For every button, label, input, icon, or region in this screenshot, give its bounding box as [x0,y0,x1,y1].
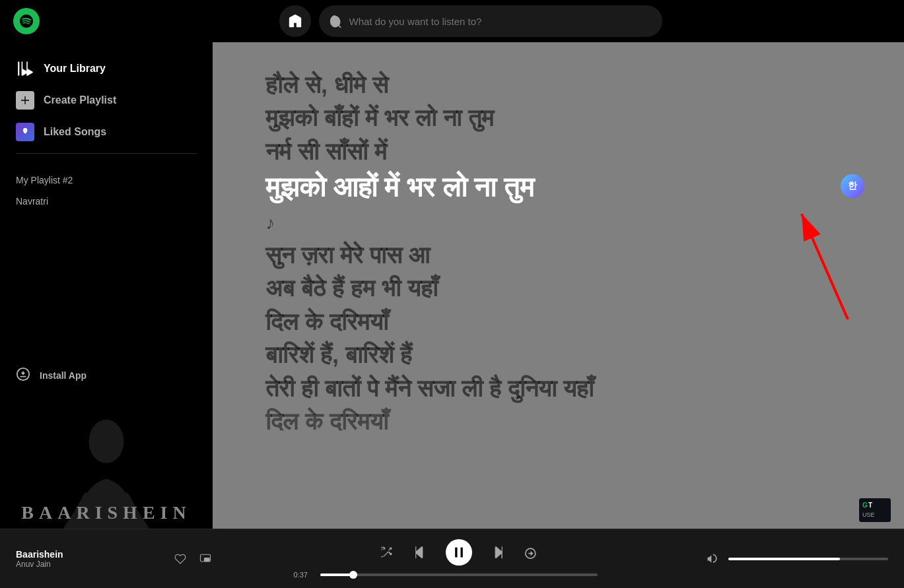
pip-button[interactable] [197,550,214,568]
sidebar-item-library[interactable]: Your Library [8,53,205,84]
spotify-logo[interactable] [13,8,40,34]
player-bar: Baarishein Anuv Jain [0,529,904,588]
previous-button[interactable] [411,543,430,562]
library-label: Your Library [44,63,106,75]
sidebar-top: Your Library Create Playlist Liked [0,42,213,164]
lyrics-area: हौले से, धीमे से मुझको बाँहों में भर लो … [213,42,904,529]
sidebar-item-create-playlist[interactable]: Create Playlist [8,84,205,116]
lyrics-line-10: दिल के दरिमयाँ [265,405,851,438]
sidebar-divider [16,153,197,154]
lyrics-line-4-active: मुझको आहों में भर लो ना तुम [265,168,851,207]
lyrics-line-3: नर्म सी साँसों में [265,135,851,168]
create-playlist-icon [16,91,34,110]
main-area: Your Library Create Playlist Liked [0,42,904,529]
player-center: 0:37 [214,539,703,579]
install-app-button[interactable]: Install App [0,354,213,397]
progress-area: 0:37 [294,571,624,579]
track-info: Baarishein Anuv Jain [16,549,164,569]
svg-text:USE: USE [862,511,875,518]
playlist-item-1[interactable]: My Playlist #2 [8,170,205,191]
player-left: Baarishein Anuv Jain [16,549,214,569]
svg-text:T: T [868,502,872,509]
volume-fill [728,558,840,560]
topbar [0,0,904,42]
track-name: Baarishein [16,549,164,560]
library-icon [16,59,34,78]
playlist-item-2[interactable]: Navratri [8,191,205,212]
sidebar-item-liked-songs[interactable]: Liked Songs [8,116,205,148]
next-button[interactable] [488,543,506,562]
lyrics-line-1: हौले से, धीमे से [265,69,851,102]
player-controls [377,539,541,566]
volume-bar[interactable] [728,558,888,560]
progress-fill [320,573,353,576]
lyrics-line-8: बारिशें हैं, बारिशें हैं [265,339,851,372]
album-art-area: BAARISHEIN [0,397,213,529]
liked-songs-label: Liked Songs [44,126,106,138]
install-app-label: Install App [40,370,87,381]
search-input[interactable] [349,16,652,27]
lyrics-note: ♪ [265,212,851,234]
progress-dot [349,571,357,579]
create-playlist-label: Create Playlist [44,94,116,106]
repeat-button[interactable] [522,543,541,562]
progress-bar[interactable] [320,573,598,576]
time-current: 0:37 [294,571,314,579]
shuffle-button[interactable] [377,543,396,562]
home-button[interactable] [279,5,311,37]
lyrics-line-7: दिल के दरिमयाँ [265,306,851,339]
sidebar: Your Library Create Playlist Liked [0,42,213,529]
track-artist[interactable]: Anuv Jain [16,560,164,569]
lyrics-line-9: तेरी ही बातों पे मैंने सजा ली है दुनिया … [265,372,851,405]
pause-button[interactable] [446,539,472,566]
sidebar-playlists: My Playlist #2 Navratri [0,164,213,354]
search-bar[interactable] [319,5,662,37]
lyrics-line-2: मुझको बाँहों में भर लो ना तुम [265,102,851,135]
player-right [703,550,888,568]
lyrics-line-5: सुन ज़रा मेरे पास आ [265,239,851,272]
install-icon [16,367,30,383]
volume-button[interactable] [703,550,722,568]
topbar-center [50,5,891,37]
like-button[interactable] [172,550,189,568]
watermark: G T USE [859,498,891,522]
svg-point-1 [89,420,124,463]
album-title: BAARISHEIN [21,502,191,523]
player-actions [172,550,214,568]
watermark-logo: G T USE [859,498,891,522]
lyrics-line-6: अब बैठे हैं हम भी यहाँ [265,272,851,305]
liked-songs-icon [16,123,34,141]
svg-text:G: G [862,502,868,509]
translation-icon-label: 한 [848,180,857,192]
svg-rect-9 [205,558,210,561]
translation-icon[interactable]: 한 [841,174,864,198]
